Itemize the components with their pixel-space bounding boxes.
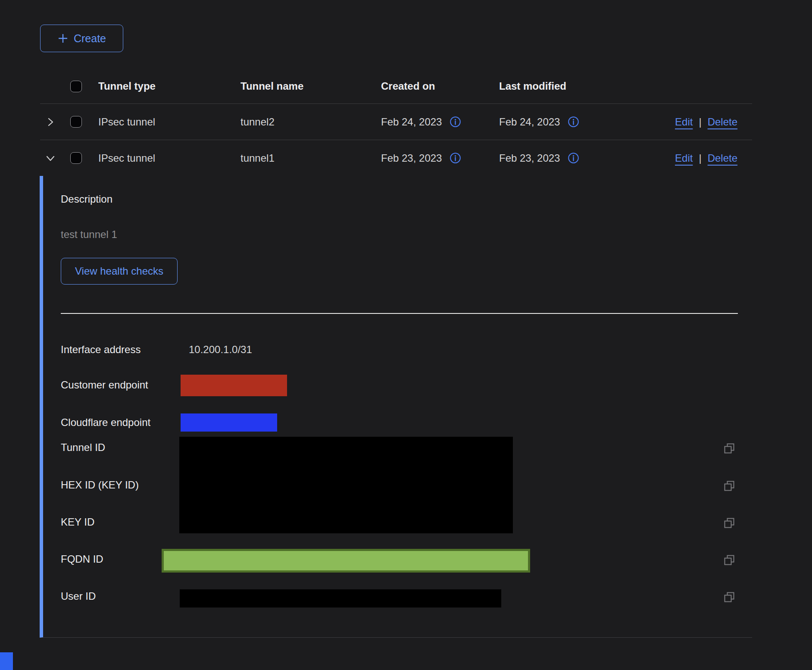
cloudflare-endpoint-redacted-value [181,413,277,432]
description-label: Description [61,193,112,205]
tunnel-id-label: Tunnel ID [61,441,105,454]
copy-icon [723,554,735,566]
customer-endpoint-label: Customer endpoint [61,379,148,391]
row-actions-cell: Edit | Delete [628,152,752,164]
last-modified-cell: Feb 24, 2023 [499,116,628,128]
description-value: test tunnel 1 [61,229,117,241]
row-checkbox[interactable] [70,116,82,128]
row-checkbox[interactable] [70,152,82,164]
info-icon[interactable] [568,116,579,128]
select-all-cell [70,81,98,92]
expander-cell [40,116,70,128]
tunnel-name-cell: tunnel1 [240,152,381,164]
copy-icon [723,480,735,492]
select-all-checkbox[interactable] [70,81,82,92]
tunnels-page: Create Tunnel type Tunnel name Created o… [0,0,812,670]
last-modified-cell: Feb 23, 2023 [499,152,628,164]
tunnel-details-panel: Description test tunnel 1 View health ch… [40,176,752,638]
plus-icon [57,33,69,44]
actions-separator: | [699,116,701,128]
fqdn-id-label: FQDN ID [61,553,103,565]
view-health-checks-button[interactable]: View health checks [61,258,178,285]
copy-icon [723,442,735,454]
column-header-tunnel-name: Tunnel name [240,80,381,92]
user-id-label: User ID [61,590,96,602]
ids-redacted-values [179,437,513,533]
edit-link[interactable]: Edit [675,116,693,128]
created-on-date: Feb 23, 2023 [381,152,442,164]
copy-icon [723,591,735,603]
cloudflare-endpoint-label: Cloudflare endpoint [61,416,150,429]
row-checkbox-cell [70,116,98,128]
copy-user-id-button[interactable] [723,591,735,603]
fqdn-id-redacted-value [162,549,530,573]
section-divider [61,313,738,314]
last-modified-date: Feb 24, 2023 [499,116,560,128]
table-row-tunnel1: IPsec tunnel tunnel1 Feb 23, 2023 Feb 23… [40,140,752,176]
actions-separator: | [699,152,701,164]
info-icon[interactable] [450,116,461,128]
created-on-cell: Feb 23, 2023 [381,152,499,164]
chevron-right-icon[interactable] [44,116,56,128]
column-header-created-on: Created on [381,80,499,92]
expander-cell [40,152,70,164]
copy-icon [723,517,735,529]
edit-link[interactable]: Edit [675,152,693,164]
tunnel-type-cell: IPsec tunnel [98,116,240,128]
copy-key-id-button[interactable] [723,517,735,529]
customer-endpoint-redacted-value [181,375,287,396]
key-id-label: KEY ID [61,516,94,528]
row-checkbox-cell [70,152,98,164]
column-header-tunnel-type: Tunnel type [98,80,240,92]
created-on-cell: Feb 24, 2023 [381,116,499,128]
info-icon[interactable] [450,152,461,164]
create-button[interactable]: Create [40,25,123,52]
hex-id-label: HEX ID (KEY ID) [61,479,139,491]
tunnel-name-cell: tunnel2 [240,116,381,128]
column-header-last-modified: Last modified [499,80,628,92]
delete-link[interactable]: Delete [708,152,737,164]
tunnel-type-cell: IPsec tunnel [98,152,240,164]
last-modified-date: Feb 23, 2023 [499,152,560,164]
chevron-down-icon[interactable] [44,152,56,164]
table-row-tunnel2: IPsec tunnel tunnel2 Feb 24, 2023 Feb 24… [40,103,752,140]
copy-tunnel-id-button[interactable] [723,442,735,454]
table-header-row: Tunnel type Tunnel name Created on Last … [40,69,752,103]
tunnels-table: Tunnel type Tunnel name Created on Last … [40,69,752,176]
row-actions-cell: Edit | Delete [628,116,752,128]
user-id-redacted-value [180,589,501,607]
delete-link[interactable]: Delete [708,116,737,128]
offscreen-blue-element [0,652,13,670]
copy-fqdn-id-button[interactable] [723,554,735,566]
copy-hex-id-button[interactable] [723,480,735,492]
create-button-label: Create [74,32,106,45]
created-on-date: Feb 24, 2023 [381,116,442,128]
info-icon[interactable] [568,152,579,164]
interface-address-label: Interface address [61,344,141,356]
interface-address-value: 10.200.1.0/31 [189,344,252,356]
